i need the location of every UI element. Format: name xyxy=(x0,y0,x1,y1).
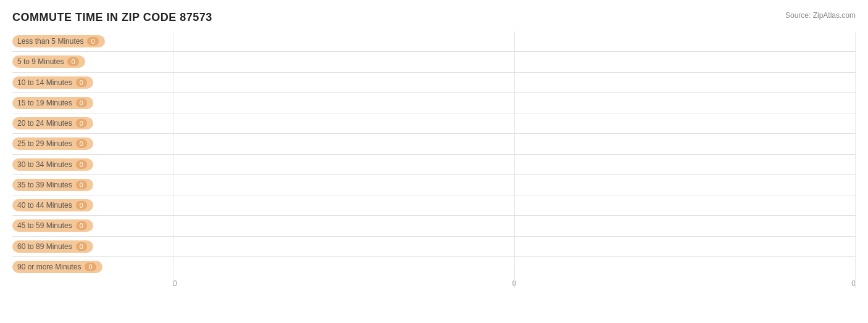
bar-label-text: 10 to 14 Minutes xyxy=(17,78,72,87)
bar-value: 0 xyxy=(76,201,87,210)
source-label: Source: ZipAtlas.com xyxy=(785,11,856,20)
bar-label: 45 to 59 Minutes0 xyxy=(12,219,93,232)
bar-label-text: 25 to 29 Minutes xyxy=(17,139,72,148)
bar-value: 0 xyxy=(87,37,98,46)
bar-label-container: Less than 5 Minutes0 xyxy=(12,35,173,47)
bar-label: 5 to 9 Minutes0 xyxy=(12,55,85,68)
x-axis-label-1: 0 xyxy=(512,279,517,288)
bar-label-container: 45 to 59 Minutes0 xyxy=(12,219,173,232)
bar-label: 40 to 44 Minutes0 xyxy=(12,199,93,211)
bar-label-text: 90 or more Minutes xyxy=(17,263,81,271)
bar-label-text: 60 to 89 Minutes xyxy=(17,242,72,251)
chart-title: COMMUTE TIME IN ZIP CODE 87573 xyxy=(12,11,856,24)
bar-track xyxy=(173,216,856,235)
bar-row: Less than 5 Minutes0 xyxy=(12,31,856,52)
bar-value: 0 xyxy=(85,263,96,271)
bar-label: 10 to 14 Minutes0 xyxy=(12,76,93,89)
bar-row: 35 to 39 Minutes0 xyxy=(12,175,856,195)
bar-row: 60 to 89 Minutes0 xyxy=(12,237,856,257)
chart-container: COMMUTE TIME IN ZIP CODE 87573 Source: Z… xyxy=(0,0,868,323)
bar-label: 60 to 89 Minutes0 xyxy=(12,240,93,253)
bar-label-container: 35 to 39 Minutes0 xyxy=(12,179,173,191)
bar-label-container: 20 to 24 Minutes0 xyxy=(12,117,173,129)
bar-value: 0 xyxy=(76,139,87,148)
bar-label-container: 30 to 34 Minutes0 xyxy=(12,158,173,171)
bar-label-text: Less than 5 Minutes xyxy=(17,37,83,46)
bar-label: 25 to 29 Minutes0 xyxy=(12,137,93,150)
bar-label-text: 5 to 9 Minutes xyxy=(17,57,64,66)
bar-label-text: 35 to 39 Minutes xyxy=(17,181,72,189)
bar-value: 0 xyxy=(76,78,87,87)
bar-label: 35 to 39 Minutes0 xyxy=(12,179,93,191)
bar-label: 20 to 24 Minutes0 xyxy=(12,117,93,129)
bar-value: 0 xyxy=(76,99,87,107)
bar-label-text: 45 to 59 Minutes xyxy=(17,221,72,230)
bar-label-text: 40 to 44 Minutes xyxy=(17,201,72,210)
bar-row: 10 to 14 Minutes0 xyxy=(12,73,856,93)
bar-label: Less than 5 Minutes0 xyxy=(12,35,105,47)
bar-label-container: 40 to 44 Minutes0 xyxy=(12,199,173,211)
bar-track xyxy=(173,52,856,72)
x-axis-label-0: 0 xyxy=(173,279,177,288)
bar-value: 0 xyxy=(76,242,87,251)
bar-value: 0 xyxy=(67,57,78,66)
bar-label-text: 30 to 34 Minutes xyxy=(17,160,72,169)
bar-track xyxy=(173,237,856,256)
bar-label-text: 20 to 24 Minutes xyxy=(17,119,72,128)
x-axis-label-2: 0 xyxy=(851,279,856,288)
bar-label: 90 or more Minutes0 xyxy=(12,261,102,273)
bar-label-container: 60 to 89 Minutes0 xyxy=(12,240,173,253)
bar-row: 90 or more Minutes0 xyxy=(12,257,856,277)
bar-label-container: 15 to 19 Minutes0 xyxy=(12,97,173,109)
bar-row: 40 to 44 Minutes0 xyxy=(12,195,856,216)
bar-row: 15 to 19 Minutes0 xyxy=(12,93,856,113)
bar-track xyxy=(173,113,856,133)
bar-track xyxy=(173,93,856,113)
bar-row: 20 to 24 Minutes0 xyxy=(12,113,856,134)
bar-row: 30 to 34 Minutes0 xyxy=(12,155,856,175)
bar-row: 25 to 29 Minutes0 xyxy=(12,134,856,154)
x-axis: 0 0 0 xyxy=(12,277,856,288)
bar-track xyxy=(173,155,856,174)
bar-track xyxy=(173,175,856,195)
bar-label: 30 to 34 Minutes0 xyxy=(12,158,93,171)
bar-track xyxy=(173,195,856,215)
bar-label-text: 15 to 19 Minutes xyxy=(17,99,72,107)
bar-track xyxy=(173,134,856,153)
bar-label: 15 to 19 Minutes0 xyxy=(12,97,93,109)
bar-value: 0 xyxy=(76,221,87,230)
bars-container: Less than 5 Minutes05 to 9 Minutes010 to… xyxy=(12,31,856,277)
bar-label-container: 90 or more Minutes0 xyxy=(12,261,173,273)
chart-area: Less than 5 Minutes05 to 9 Minutes010 to… xyxy=(12,31,856,288)
bar-label-container: 25 to 29 Minutes0 xyxy=(12,137,173,150)
bar-label-container: 10 to 14 Minutes0 xyxy=(12,76,173,89)
bar-track xyxy=(173,257,856,277)
bar-value: 0 xyxy=(76,119,87,128)
bar-label-container: 5 to 9 Minutes0 xyxy=(12,55,173,68)
bar-track xyxy=(173,31,856,51)
bar-row: 5 to 9 Minutes0 xyxy=(12,52,856,72)
bar-value: 0 xyxy=(76,181,87,189)
bar-row: 45 to 59 Minutes0 xyxy=(12,216,856,236)
bar-value: 0 xyxy=(76,160,87,169)
bar-track xyxy=(173,73,856,92)
